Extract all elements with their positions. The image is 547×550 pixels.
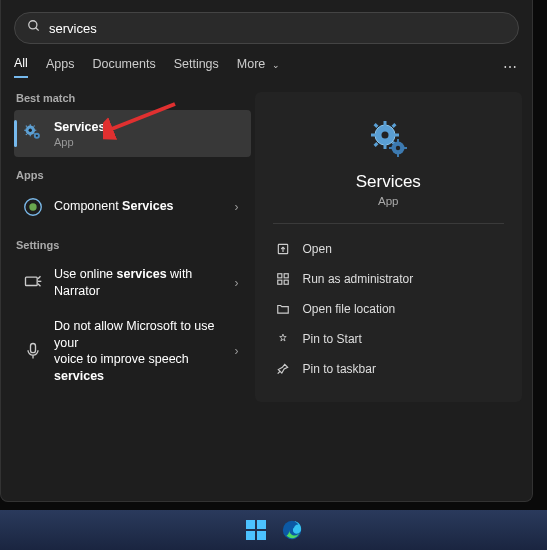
- search-bar[interactable]: [14, 12, 519, 44]
- svg-point-23: [382, 132, 389, 139]
- search-icon: [27, 19, 41, 37]
- start-button[interactable]: [244, 518, 268, 542]
- folder-icon: [275, 301, 291, 317]
- shield-icon: [275, 271, 291, 287]
- action-open[interactable]: Open: [265, 234, 512, 264]
- pin-icon: [275, 331, 291, 347]
- svg-point-13: [36, 135, 38, 137]
- search-input[interactable]: [49, 21, 506, 36]
- result-title: Component Services: [54, 198, 231, 215]
- gear-icon: [22, 122, 44, 144]
- action-run-as-admin[interactable]: Run as administrator: [265, 264, 512, 294]
- details-app-icon: [255, 110, 522, 172]
- svg-rect-4: [30, 125, 31, 127]
- svg-rect-8: [25, 126, 27, 128]
- svg-line-1: [36, 28, 39, 31]
- svg-rect-31: [392, 123, 397, 128]
- svg-rect-41: [284, 274, 288, 278]
- chevron-right-icon: ›: [231, 344, 243, 358]
- svg-rect-48: [246, 531, 255, 540]
- svg-rect-28: [374, 123, 379, 128]
- tabs: All Apps Documents Settings More ⌄ ⋯: [14, 56, 519, 78]
- action-label: Pin to Start: [303, 332, 362, 346]
- svg-rect-10: [25, 134, 27, 136]
- details-subtitle: App: [255, 195, 522, 207]
- overflow-menu-button[interactable]: ⋯: [503, 59, 519, 75]
- svg-rect-11: [33, 126, 35, 128]
- tab-apps[interactable]: Apps: [46, 57, 75, 77]
- chevron-right-icon: ›: [231, 276, 243, 290]
- action-label: Open: [303, 242, 332, 256]
- svg-point-3: [29, 129, 32, 132]
- result-component-services[interactable]: Component Services ›: [14, 187, 251, 227]
- svg-rect-35: [397, 154, 399, 157]
- edge-browser-button[interactable]: [280, 518, 304, 542]
- result-speech-services-privacy[interactable]: Do not allow Microsoft to use your voice…: [14, 309, 251, 395]
- narrator-icon: [22, 272, 44, 294]
- section-settings: Settings: [16, 239, 249, 251]
- tab-all[interactable]: All: [14, 56, 28, 78]
- pin-taskbar-icon: [275, 361, 291, 377]
- svg-rect-40: [277, 274, 281, 278]
- details-title: Services: [255, 172, 522, 192]
- svg-rect-27: [394, 134, 399, 137]
- section-best-match: Best match: [16, 92, 249, 104]
- action-pin-to-taskbar[interactable]: Pin to taskbar: [265, 354, 512, 384]
- result-title: Do not allow Microsoft to use your voice…: [54, 318, 231, 386]
- svg-rect-34: [397, 139, 399, 142]
- svg-point-15: [29, 203, 36, 210]
- svg-rect-5: [30, 135, 31, 137]
- action-label: Run as administrator: [303, 272, 414, 286]
- divider: [273, 223, 504, 224]
- chevron-right-icon: ›: [231, 200, 243, 214]
- open-icon: [275, 241, 291, 257]
- svg-rect-30: [374, 142, 379, 147]
- svg-rect-26: [371, 134, 376, 137]
- svg-point-0: [29, 21, 37, 29]
- svg-rect-16: [26, 277, 38, 285]
- result-services-app[interactable]: Services App: [14, 110, 251, 157]
- svg-rect-42: [277, 280, 281, 284]
- svg-rect-36: [389, 147, 392, 149]
- svg-rect-43: [284, 280, 288, 284]
- details-panel: Services App Open Run as administrator O…: [255, 92, 522, 402]
- svg-line-17: [38, 276, 41, 279]
- results-column: Best match Services App Apps Component S…: [1, 92, 255, 402]
- result-narrator-online-services[interactable]: Use online services with Narrator ›: [14, 257, 251, 309]
- action-pin-to-start[interactable]: Pin to Start: [265, 324, 512, 354]
- svg-rect-24: [384, 121, 387, 126]
- tab-settings[interactable]: Settings: [174, 57, 219, 77]
- svg-rect-6: [24, 130, 26, 131]
- svg-rect-25: [384, 144, 387, 149]
- svg-rect-20: [31, 344, 36, 353]
- section-apps: Apps: [16, 169, 249, 181]
- component-services-icon: [22, 196, 44, 218]
- svg-line-19: [38, 284, 41, 287]
- svg-rect-7: [34, 130, 36, 131]
- action-label: Open file location: [303, 302, 396, 316]
- svg-rect-49: [257, 531, 266, 540]
- svg-rect-37: [404, 147, 407, 149]
- result-subtitle: App: [54, 136, 243, 148]
- tab-more-label: More: [237, 57, 265, 71]
- microphone-icon: [22, 340, 44, 362]
- chevron-down-icon: ⌄: [272, 60, 280, 70]
- result-title: Use online services with Narrator: [54, 266, 231, 300]
- start-search-panel: All Apps Documents Settings More ⌄ ⋯ Bes…: [0, 0, 533, 502]
- tab-documents[interactable]: Documents: [92, 57, 155, 77]
- action-open-file-location[interactable]: Open file location: [265, 294, 512, 324]
- result-title: Services: [54, 119, 243, 136]
- taskbar: [0, 510, 547, 550]
- tab-more[interactable]: More ⌄: [237, 57, 280, 77]
- svg-rect-46: [246, 520, 255, 529]
- action-label: Pin to taskbar: [303, 362, 376, 376]
- svg-rect-47: [257, 520, 266, 529]
- svg-point-33: [396, 146, 400, 150]
